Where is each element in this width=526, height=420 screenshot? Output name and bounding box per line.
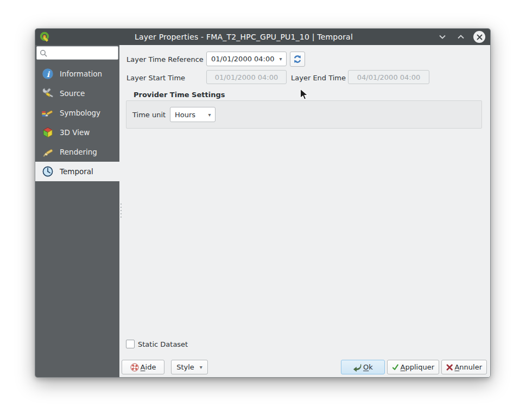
layer-end-time-input: 04/01/2000 04:00 xyxy=(348,70,429,84)
splitter-handle[interactable] xyxy=(120,203,122,218)
close-icon xyxy=(477,34,483,40)
checkmark-icon xyxy=(392,363,399,371)
sidebar-item-temporal[interactable]: Temporal xyxy=(35,162,119,181)
layer-end-time-label: Layer End Time xyxy=(291,74,346,82)
chevron-up-icon xyxy=(458,35,464,39)
desktop: Layer Properties - FMA_T2_HPC_GPU_PU1_10… xyxy=(0,0,526,420)
layer-time-reference-value: 01/01/2000 04:00 xyxy=(207,55,275,63)
refresh-icon xyxy=(293,55,302,63)
chevron-down-icon: ▾ xyxy=(275,56,286,62)
sidebar-item-source[interactable]: Source xyxy=(35,84,119,103)
3d-view-icon xyxy=(41,126,54,139)
sidebar-nav: i Information xyxy=(35,64,119,181)
help-button[interactable]: Aide xyxy=(122,360,164,374)
sidebar-item-label: Temporal xyxy=(60,167,93,176)
static-dataset-label: Static Dataset xyxy=(138,340,188,348)
sidebar-item-label: Information xyxy=(60,69,102,78)
layer-start-time-label: Layer Start Time xyxy=(126,74,185,82)
button-label: Style xyxy=(176,363,194,371)
chevron-down-icon: ▾ xyxy=(204,112,215,118)
sidebar-item-label: Source xyxy=(60,89,85,98)
cancel-x-icon xyxy=(446,364,453,371)
ok-button[interactable]: Ok xyxy=(341,360,385,374)
style-button[interactable]: Style ▾ xyxy=(171,360,208,374)
refresh-button[interactable] xyxy=(290,52,305,67)
sidebar-item-rendering[interactable]: Rendering xyxy=(35,142,119,162)
maximize-button[interactable] xyxy=(455,31,467,43)
layer-time-reference-combobox[interactable]: 01/01/2000 04:00 ▾ xyxy=(206,52,287,66)
layer-time-reference-label: Layer Time Reference xyxy=(126,55,204,63)
search-input[interactable] xyxy=(36,46,118,60)
static-dataset-checkbox[interactable] xyxy=(126,340,135,348)
button-label: Ok xyxy=(363,363,373,371)
layer-start-time-input: 01/01/2000 04:00 xyxy=(206,70,287,84)
window-title: Layer Properties - FMA_T2_HPC_GPU_PU1_10… xyxy=(51,33,436,41)
close-button[interactable] xyxy=(473,31,485,43)
minimize-button[interactable] xyxy=(436,31,448,43)
sidebar-item-label: 3D View xyxy=(60,128,90,137)
temporal-panel: Layer Time Reference 01/01/2000 04:00 ▾ … xyxy=(119,45,490,377)
temporal-icon xyxy=(41,165,54,178)
layer-properties-dialog: Layer Properties - FMA_T2_HPC_GPU_PU1_10… xyxy=(35,28,491,378)
help-buoy-icon xyxy=(130,363,139,372)
title-bar[interactable]: Layer Properties - FMA_T2_HPC_GPU_PU1_10… xyxy=(35,29,490,45)
symbology-icon xyxy=(41,106,54,119)
apply-button[interactable]: Appliquer xyxy=(387,360,439,374)
chevron-down-icon: ▾ xyxy=(200,364,202,370)
time-unit-label: Time unit xyxy=(132,111,166,119)
provider-time-settings-title: Provider Time Settings xyxy=(134,91,225,99)
chevron-down-icon xyxy=(439,35,446,39)
sidebar-item-symbology[interactable]: Symbology xyxy=(35,103,119,123)
source-icon xyxy=(41,87,54,100)
ok-arrow-icon xyxy=(353,363,362,372)
sidebar-item-label: Symbology xyxy=(60,109,100,117)
time-unit-combobox[interactable]: Hours ▾ xyxy=(170,107,216,122)
button-label: Appliquer xyxy=(401,363,434,371)
button-label: Annuler xyxy=(454,363,482,371)
properties-sidebar: i Information xyxy=(35,45,119,377)
sidebar-item-3d-view[interactable]: 3D View xyxy=(35,123,119,142)
qgis-logo-icon xyxy=(39,31,51,43)
sidebar-item-label: Rendering xyxy=(60,148,97,156)
cancel-button[interactable]: Annuler xyxy=(441,360,487,374)
information-icon: i xyxy=(41,67,54,80)
window-controls xyxy=(436,31,486,43)
search-icon xyxy=(40,49,47,59)
sidebar-item-information[interactable]: i Information xyxy=(35,64,119,84)
sidebar-search xyxy=(36,46,118,60)
button-label: Aide xyxy=(141,363,156,371)
time-unit-value: Hours xyxy=(170,111,204,119)
rendering-icon xyxy=(41,145,54,158)
